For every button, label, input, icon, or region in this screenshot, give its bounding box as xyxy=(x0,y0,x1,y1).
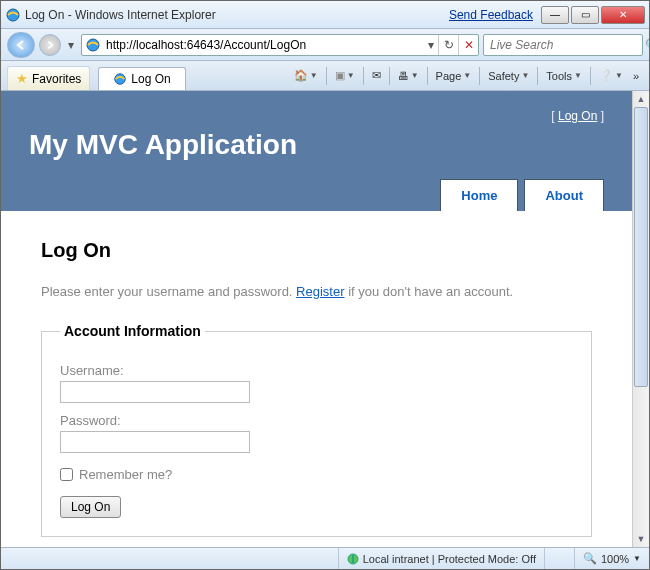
address-bar: ▾ ↻ ✕ xyxy=(81,34,479,56)
password-label: Password: xyxy=(60,413,573,428)
back-button[interactable] xyxy=(7,32,35,58)
print-button[interactable]: 🖶▼ xyxy=(394,68,423,84)
address-dropdown[interactable]: ▾ xyxy=(424,38,438,52)
window-controls: — ▭ ✕ xyxy=(541,6,645,24)
help-icon: ❔ xyxy=(599,69,613,82)
tab-favicon xyxy=(113,72,127,86)
refresh-button[interactable]: ↻ xyxy=(438,35,458,55)
command-bar: 🏠▼ ▣▼ ✉ 🖶▼ Page▼ Safety▼ Tools▼ ❔▼ » xyxy=(290,61,643,90)
intranet-icon xyxy=(347,553,359,565)
scroll-up-arrow[interactable]: ▲ xyxy=(633,91,649,107)
tab-title: Log On xyxy=(131,72,170,86)
search-input[interactable] xyxy=(490,38,641,52)
stop-button[interactable]: ✕ xyxy=(458,35,478,55)
username-label: Username: xyxy=(60,363,573,378)
window-title: Log On - Windows Internet Explorer xyxy=(25,8,449,22)
minimize-button[interactable]: — xyxy=(541,6,569,24)
mail-icon: ✉ xyxy=(372,69,381,82)
fieldset-legend: Account Information xyxy=(60,323,205,339)
safety-menu[interactable]: Safety▼ xyxy=(484,68,533,84)
page-content: [ Log On ] My MVC Application Home About… xyxy=(1,91,632,547)
remember-label: Remember me? xyxy=(79,467,172,482)
send-feedback-link[interactable]: Send Feedback xyxy=(449,8,533,22)
logon-submit-button[interactable]: Log On xyxy=(60,496,121,518)
nav-tabs: Home About xyxy=(29,179,604,211)
login-status: [ Log On ] xyxy=(29,109,604,123)
register-link[interactable]: Register xyxy=(296,284,344,299)
page-heading: Log On xyxy=(41,239,592,262)
chevron-right-icon: » xyxy=(633,70,639,82)
help-button[interactable]: ❔▼ xyxy=(595,67,627,84)
svg-rect-8 xyxy=(352,555,354,563)
site-header: [ Log On ] My MVC Application Home About xyxy=(1,91,632,211)
chevron-down-icon: ▼ xyxy=(633,554,641,563)
nav-home[interactable]: Home xyxy=(440,179,518,211)
password-field-row: Password: xyxy=(60,413,573,453)
star-icon: ★ xyxy=(16,71,28,86)
home-button[interactable]: 🏠▼ xyxy=(290,67,322,84)
scroll-thumb[interactable] xyxy=(634,107,648,387)
scroll-down-arrow[interactable]: ▼ xyxy=(633,531,649,547)
nav-history-dropdown[interactable]: ▾ xyxy=(65,38,77,52)
chevron-more[interactable]: » xyxy=(629,68,643,84)
forward-button[interactable] xyxy=(39,34,61,56)
address-input[interactable] xyxy=(104,38,424,52)
home-icon: 🏠 xyxy=(294,69,308,82)
favorites-button[interactable]: ★ Favorites xyxy=(7,66,90,90)
main-content: Log On Please enter your username and pa… xyxy=(1,211,632,547)
header-logon-link[interactable]: Log On xyxy=(558,109,597,123)
password-input[interactable] xyxy=(60,431,250,453)
navigation-bar: ▾ ▾ ↻ ✕ 🔍 xyxy=(1,29,649,61)
feeds-button[interactable]: ▣▼ xyxy=(331,67,359,84)
zoom-icon: 🔍 xyxy=(583,552,597,565)
page-menu[interactable]: Page▼ xyxy=(432,68,476,84)
tools-menu[interactable]: Tools▼ xyxy=(542,68,586,84)
security-zone[interactable]: Local intranet | Protected Mode: Off xyxy=(338,548,544,569)
username-input[interactable] xyxy=(60,381,250,403)
search-bar: 🔍 xyxy=(483,34,643,56)
ie-icon xyxy=(5,7,21,23)
zoom-control[interactable]: 🔍 100% ▼ xyxy=(574,548,649,569)
tab-command-bar: ★ Favorites Log On 🏠▼ ▣▼ ✉ 🖶▼ Page▼ Safe… xyxy=(1,61,649,91)
rss-icon: ▣ xyxy=(335,69,345,82)
favorites-label: Favorites xyxy=(32,72,81,86)
mail-button[interactable]: ✉ xyxy=(368,67,385,84)
account-fieldset: Account Information Username: Password: … xyxy=(41,323,592,537)
username-field-row: Username: xyxy=(60,363,573,403)
instructions: Please enter your username and password.… xyxy=(41,284,592,299)
viewport: [ Log On ] My MVC Application Home About… xyxy=(1,91,649,547)
close-button[interactable]: ✕ xyxy=(601,6,645,24)
nav-about[interactable]: About xyxy=(524,179,604,211)
print-icon: 🖶 xyxy=(398,70,409,82)
unknown-status-cell[interactable] xyxy=(544,548,574,569)
remember-row: Remember me? xyxy=(60,467,573,482)
page-favicon xyxy=(85,37,101,53)
remember-checkbox[interactable] xyxy=(60,468,73,481)
browser-tab[interactable]: Log On xyxy=(98,67,185,90)
status-bar: Local intranet | Protected Mode: Off 🔍 1… xyxy=(1,547,649,569)
vertical-scrollbar[interactable]: ▲ ▼ xyxy=(632,91,649,547)
window-titlebar: Log On - Windows Internet Explorer Send … xyxy=(1,1,649,29)
maximize-button[interactable]: ▭ xyxy=(571,6,599,24)
search-go-button[interactable]: 🔍 xyxy=(641,38,650,52)
site-title: My MVC Application xyxy=(29,129,604,161)
